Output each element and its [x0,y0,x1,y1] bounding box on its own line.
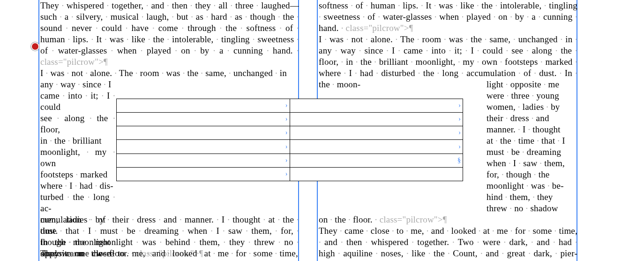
text-line: light · opposite · me [487,79,576,90]
table-cell[interactable]: › [290,140,463,154]
section-marker: § [457,155,461,166]
end-of-cell-marker: › [285,141,288,153]
end-of-cell-marker: › [285,114,288,125]
text-line: footsteps · marked [40,169,115,180]
end-of-cell-marker: › [458,127,461,138]
comment-marker-icon[interactable] [31,42,39,51]
paragraph: They · whispered · together, · and · the… [40,0,299,68]
table-cell[interactable]: › [290,113,463,126]
text-line: must · be · dreaming [487,146,576,158]
table-row: › [117,167,463,181]
table[interactable]: › › › › › › › › › § › [116,99,463,181]
end-of-cell-marker: › [285,169,288,180]
text-run: I · was · not · alone. · The · room · wa… [40,68,287,78]
text-line: threw · no · shadow [487,203,576,214]
text-line: manner. · I · thought [487,124,576,135]
text-line: where · I · had · dis- [40,180,115,192]
text-line: turbed · the · long · ac- [40,192,115,214]
text-wrap-column-right: light · opposite · mewere · three · youn… [487,79,576,214]
table-cell[interactable] [290,167,463,181]
text-line: came · into · it; · I · could [40,90,115,113]
end-of-cell-marker: › [458,114,461,125]
table-frame[interactable]: › › › › › › › › › § › [116,99,463,181]
text-run: on · the · floor. · class="pilcrow">¶ [319,215,447,224]
table-cell[interactable]: › [290,99,463,113]
table-row: › › [117,99,463,113]
end-of-cell-marker: › [285,155,288,166]
paragraph: They · came · close · to · me, · and · l… [319,225,577,261]
text-run: They · whispered · together, · and · the… [40,0,299,67]
text-line: for, · though · the [487,169,576,180]
end-of-cell-marker: › [458,141,461,153]
end-of-cell-marker: › [285,100,288,111]
table-cell[interactable]: › [117,140,290,154]
paragraph: softness · of · human · lips. · It · was… [319,0,577,34]
table-row: › › [117,113,463,126]
table-cell[interactable]: › [117,126,290,140]
text-line: were · three · young [487,90,576,101]
text-run: softness · of · human · lips. · It · was… [319,0,577,33]
text-run: They · came · close · to · me, · and · l… [40,248,298,258]
text-line: three · young · wo- [40,259,115,261]
text-line: any · way · since · I [40,79,115,90]
text-line: when · I · saw · them, [487,158,576,169]
text-run: They · came · close · to · me, · and · l… [319,226,577,261]
text-line: women, · ladies · by [487,101,576,113]
paragraph: They · came · close · to · me, · and · l… [40,248,299,259]
end-of-cell-marker: › [285,127,288,138]
paragraph: on · the · floor. · class="pilcrow">¶ [319,214,577,225]
table-cell[interactable]: › [117,167,290,181]
table-cell[interactable]: › [117,99,290,113]
text-line: at · the · time · that · I [487,135,576,146]
text-line: see · along · the · floor, [40,113,115,135]
end-of-cell-marker: › [458,100,461,111]
text-line: moonlight · was · be- [487,180,576,192]
text-line: hind · them, · they [487,192,576,203]
table-cell[interactable]: § [290,154,463,167]
text-line: in · the · brilliant [40,135,115,146]
table-cell[interactable]: › [117,154,290,167]
table-cell[interactable]: › [290,126,463,140]
text-line: their · dress · and [487,113,576,124]
table-row: › › [117,140,463,154]
table-row: › › [117,126,463,140]
text-line: moonlight, · my · own [40,146,115,169]
paragraph: I · was · not · alone. · The · room · wa… [40,68,299,79]
table-row: › § [117,154,463,167]
table-cell[interactable]: › [117,113,290,126]
